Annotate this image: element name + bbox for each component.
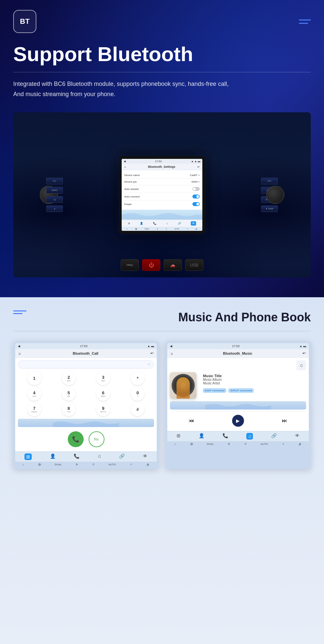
right-knob (266, 186, 284, 204)
music-note-icon[interactable]: ♫ (246, 433, 253, 440)
header-section: BT Support Bluetooth Integrated with BC6… (0, 0, 324, 297)
section-menu-icon (13, 310, 26, 314)
avrcp-badge: AVRCP connected (228, 388, 254, 393)
music-phone-icon[interactable]: 📞 (223, 433, 228, 440)
power-toggle[interactable] (192, 202, 200, 206)
screen-title: Bluetooth_Settings (148, 165, 176, 168)
music-screen-title: Bluetooth_Music (173, 351, 303, 355)
link-icon[interactable]: 🔗 (178, 222, 181, 225)
music-indicators: ▲ ▬ (300, 344, 306, 348)
screen-bottom-nav: ⊞ 👤 📞 ♫ 🔗 👁 (122, 220, 202, 227)
nav-home[interactable]: ⌂ (126, 228, 128, 230)
fan-button: ⊕ (46, 196, 63, 203)
auto-answer-toggle[interactable] (192, 187, 200, 191)
call-link-icon[interactable]: 🔗 (119, 453, 125, 460)
music-icon[interactable]: ♫ (166, 222, 168, 225)
nav-bar: BT (13, 10, 311, 33)
device-pin-row: Device pin 0000 > (124, 179, 200, 185)
call-time: 17:53 (80, 344, 88, 348)
music-note-btn[interactable]: ♫ (296, 360, 306, 370)
phone-icon[interactable]: 📞 (153, 222, 156, 225)
call-title-bar: ⌂ Bluetooth_Call ↩ (15, 349, 157, 358)
user-icon[interactable]: 👤 (140, 222, 143, 225)
dial-input[interactable]: ✕ (18, 360, 154, 369)
music-artist: Music Artist (203, 381, 255, 385)
off-button: OFF (261, 178, 278, 184)
music-status-bar: ◀ 17:53 ▲ ▬ (167, 343, 309, 349)
auto-connect-toggle[interactable] (192, 195, 200, 198)
usb-button: USB (185, 259, 203, 271)
wave-graphic (122, 210, 202, 220)
call-status-bar: ◀ 17:53 ▲ ▬ (15, 343, 157, 349)
call-button[interactable]: 📞 (68, 431, 84, 447)
phone-call-screen: ◀ 17:53 ▲ ▬ ⌂ Bluetooth_Call ↩ ✕ 1 (13, 341, 159, 469)
music-bottom-nav: ⊞ 👤 📞 ♫ 🔗 👁 (167, 431, 309, 441)
settings-icon[interactable]: 👁 (191, 221, 196, 226)
device-name-row: Device name CarBT > (124, 172, 200, 179)
car-display: A/C MENU ⊕ ✦ ◀ 17:53 ▲ ▲ ▬ (13, 112, 311, 277)
nav-power[interactable]: ⏻ (135, 228, 137, 230)
bottom-section: Music And Phone Book ◀ 17:53 ▲ ▬ ⌂ Bluet… (0, 297, 324, 644)
auto-connect-row: Auto connect (124, 193, 200, 200)
bottom-buttons: FREQ ⏻ 🚗 USB (121, 259, 203, 271)
music-area: ♫ Music Title Music Album Music Artist (167, 358, 309, 431)
call-wave (18, 419, 154, 427)
section-title: Music And Phone Book (178, 310, 311, 324)
car-icon-button: 🚗 (164, 259, 182, 271)
music-info-row: Music Title Music Album Music Artist A2D… (170, 372, 306, 399)
music-back-arrow: ◀ (170, 344, 172, 348)
hamburger-menu[interactable] (299, 19, 311, 24)
connection-badges: A2DP connected AVRCP connected (203, 387, 255, 393)
call-screen-title: Bluetooth_Call (21, 351, 150, 355)
dial-6[interactable]: 6MNO (96, 387, 110, 401)
prev-button[interactable]: ⏮ (189, 418, 194, 424)
call-indicators: ▲ ▬ (147, 344, 154, 348)
next-button[interactable]: ⏭ (282, 418, 287, 424)
ac-button: A/C (46, 178, 63, 184)
power-button[interactable]: ⏻ (142, 259, 160, 271)
dial-4[interactable]: 4GHI (27, 387, 41, 401)
screen-back-arrow: ◀ (124, 160, 126, 163)
dial-7[interactable]: 7PQRS (27, 402, 41, 416)
dial-2[interactable]: 2ABC (62, 371, 76, 385)
music-controls: ⏮ ▶ ⏭ (170, 411, 306, 428)
dial-hash[interactable]: # (131, 402, 144, 416)
music-link-icon[interactable]: 🔗 (271, 433, 277, 440)
car-interior: A/C MENU ⊕ ✦ ◀ 17:53 ▲ ▲ ▬ (13, 112, 311, 277)
call-phone-icon[interactable]: 📞 (74, 453, 79, 460)
call-music-icon[interactable]: ♫ (98, 453, 101, 460)
music-grid-icon[interactable]: ⊞ (177, 433, 181, 440)
dialpad-grid: 1 2ABC 3DEF * 4GHI 5JKL 6MNO 0+ 7PQRS 8T… (18, 371, 154, 416)
page-title: Support Bluetooth (13, 43, 311, 65)
dial-actions: 📞 Re (18, 430, 154, 449)
dial-0[interactable]: 0+ (131, 387, 144, 401)
dial-3[interactable]: 3DEF (96, 371, 110, 385)
phone-music-inner: ◀ 17:53 ▲ ▬ ⌂ Bluetooth_Music ↩ ♫ (167, 343, 309, 447)
grid-icon[interactable]: ⊞ (128, 222, 130, 225)
music-user-icon[interactable]: 👤 (199, 433, 204, 440)
call-eye-icon[interactable]: 👁 (143, 453, 147, 460)
section-divider (13, 331, 311, 331)
dialpad-area: ✕ 1 2ABC 3DEF * 4GHI 5JKL 6MNO 0+ 7PQRS … (15, 358, 157, 451)
play-button[interactable]: ▶ (232, 415, 244, 427)
screen-title-bar: ⌂ Bluetooth_Settings ↩ (122, 164, 202, 170)
dial-9[interactable]: 9WXYZ (96, 402, 110, 416)
music-eye-icon[interactable]: 👁 (295, 433, 300, 440)
dial-1[interactable]: 1 (27, 371, 41, 385)
dial-5[interactable]: 5JKL (62, 387, 76, 401)
phone-screenshots: ◀ 17:53 ▲ ▬ ⌂ Bluetooth_Call ↩ ✕ 1 (13, 341, 311, 469)
redial-button[interactable]: Re (89, 431, 104, 447)
dial-star[interactable]: * (131, 371, 144, 385)
section-header: Music And Phone Book (13, 310, 311, 324)
menu-button: MENU (46, 187, 63, 194)
call-grid-icon[interactable]: ⊞ (24, 453, 32, 460)
music-info: Music Title Music Album Music Artist A2D… (203, 372, 255, 399)
call-user-icon[interactable]: 👤 (50, 453, 56, 460)
extra-button: ✦ (46, 205, 63, 212)
dial-8[interactable]: 8TUV (62, 402, 76, 416)
screen-indicators: ▲ ▲ ▬ (191, 160, 200, 163)
temp-down-button: ▼ TEMP (261, 205, 278, 212)
call-bottom-nav: ⊞ 👤 📞 ♫ 🔗 👁 (15, 451, 157, 462)
screen-nav-bar: ⌂ ⏻ DUAL ❄ ↺ AUTO ↗ 🔊 (122, 227, 202, 231)
clear-icon[interactable]: ✕ (147, 362, 150, 367)
